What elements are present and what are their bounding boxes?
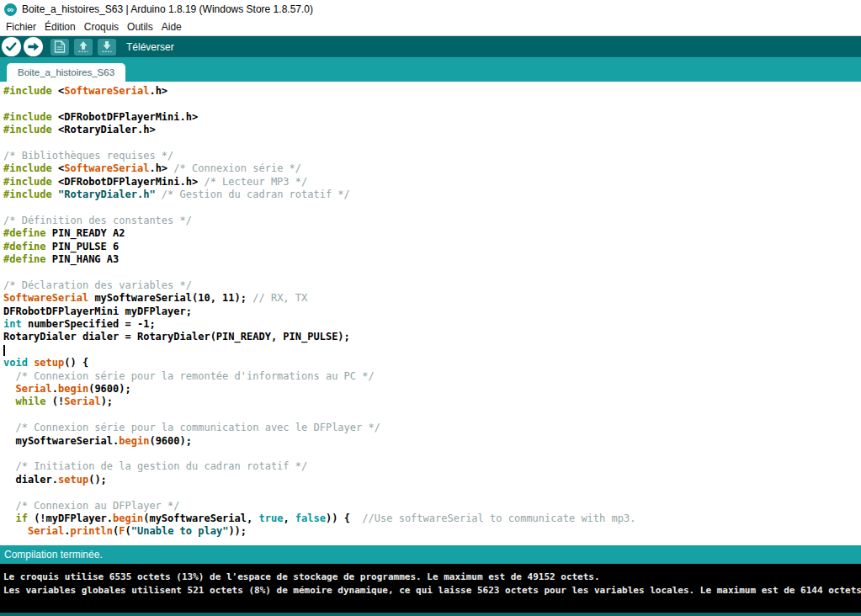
text-cursor [3,345,5,356]
arduino-logo-icon: ∞ [4,3,17,16]
code-line: /* Définition des constantes */ [3,215,861,227]
code-line: void setup() { [3,357,861,369]
code-line [3,98,861,110]
code-line [3,202,861,215]
code-line: /* Connexion série pour la remontée d'in… [3,370,861,383]
code-line [3,137,861,150]
code-line: #include <DFRobotDFPlayerMini.h> [3,111,861,124]
toolbar: Téléverser [0,35,861,57]
menu-item-aide[interactable]: Aide [157,19,186,35]
status-bar: Compilation terminée. [0,545,861,564]
code-line [3,486,861,499]
console-line: Les variables globales utilisent 521 oct… [3,584,861,597]
code-line: while (!Serial); [3,396,861,408]
arrow-down-icon [100,40,114,53]
title-bar: ∞ Boite_a_histoires_S63 | Arduino 1.8.19… [0,0,861,19]
window-title: Boite_a_histoires_S63 | Arduino 1.8.19 (… [22,3,313,15]
code-line: #define PIN_READY A2 [3,227,861,240]
toolbar-status-label: Téléverser [126,41,174,53]
status-message: Compilation terminée. [4,549,103,560]
code-line: /* Déclaration des variables */ [3,279,861,292]
upload-button[interactable] [24,37,43,56]
arrow-right-icon [24,37,43,56]
verify-button[interactable] [2,37,21,56]
console-output: Le croquis utilise 6535 octets (13%) de … [0,564,861,613]
console-line: Le croquis utilise 6535 octets (13%) de … [3,571,861,584]
menu-item-edition[interactable]: Édition [40,19,80,35]
tab-bar: Boite_a_histoires_S63 [0,57,861,82]
code-line: #include <DFRobotDFPlayerMini.h> /* Lect… [3,176,861,189]
code-line: /* Bibliothèques requises */ [3,150,861,162]
code-line: mySoftwareSerial.begin(9600); [3,435,861,448]
code-line: if (!myDFPlayer.begin(mySoftwareSerial, … [3,512,861,525]
code-line [3,344,861,357]
menu-item-croquis[interactable]: Croquis [80,19,123,35]
code-line [3,448,861,460]
new-sketch-button[interactable] [50,39,69,56]
code-line: int numberSpecified = -1; [3,318,861,331]
menu-item-outils[interactable]: Outils [123,19,157,35]
code-line: #define PIN_HANG A3 [3,253,861,266]
code-line: /* Connexion au DFPlayer */ [3,500,861,512]
tab-sketch[interactable]: Boite_a_histoires_S63 [7,63,125,82]
code-line: DFRobotDFPlayerMini myDFPlayer; [3,305,861,318]
code-line: #include "RotaryDialer.h" /* Gestion du … [3,189,861,201]
code-line: #include <SoftwareSerial.h> /* Connexion… [3,162,861,175]
arrow-up-icon [77,40,90,53]
code-line: #define PIN_PULSE 6 [3,241,861,253]
document-icon [54,40,66,53]
code-line: SoftwareSerial mySoftwareSerial(10, 11);… [3,292,861,305]
code-line: Serial.begin(9600); [3,383,861,396]
code-line: /* Connexion série pour la communication… [3,422,861,434]
code-area[interactable]: #include <SoftwareSerial.h>#include <DFR… [0,82,861,545]
code-line: #include <RotaryDialer.h> [3,124,861,136]
code-line: Serial.println(F("Unable to play")); [3,525,861,538]
code-line: /* Initiation de la gestion du cadran ro… [3,460,861,473]
menu-bar: FichierÉditionCroquisOutilsAide [0,19,861,35]
code-line: #include <SoftwareSerial.h> [3,85,861,98]
menu-item-fichier[interactable]: Fichier [2,19,40,35]
check-icon [2,37,21,56]
open-button[interactable] [74,39,93,56]
code-line: RotaryDialer dialer = RotaryDialer(PIN_R… [3,331,861,343]
code-line: dialer.setup(); [3,474,861,486]
save-button[interactable] [98,39,116,56]
bottom-strip [0,613,861,616]
code-line [3,409,861,422]
code-line [3,266,861,279]
